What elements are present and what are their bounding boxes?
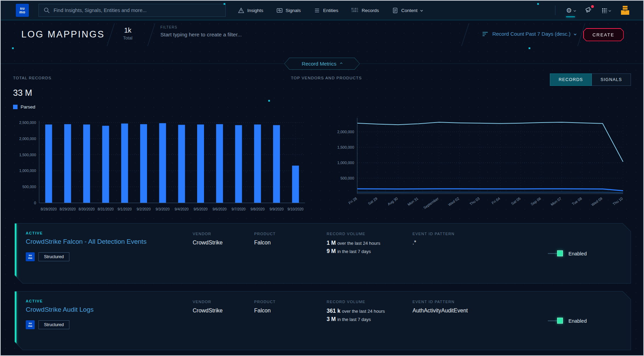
line-top-vendor-product: [357, 122, 623, 162]
svg-text:Thu 10: Thu 10: [612, 196, 623, 206]
bar-8/31/2020: [102, 126, 109, 203]
pattern-value: .*: [413, 240, 529, 246]
volume-24h: 361 k over the last 24 hours: [327, 308, 399, 314]
bar-8/28/2020: [45, 125, 52, 203]
record-metrics-label: Record Metrics: [302, 61, 337, 67]
deco-square: [268, 100, 270, 102]
svg-text:8/31/2020: 8/31/2020: [98, 207, 114, 211]
svg-text:2,000,000: 2,000,000: [337, 130, 354, 134]
apps-grid-icon: [602, 8, 607, 13]
vendor-column: VENDOR CrowdStrike: [193, 300, 223, 314]
card-title-link[interactable]: CrowdStrike Falcon - All Detection Event…: [26, 238, 147, 245]
nav-entities[interactable]: Entities: [314, 7, 338, 13]
nav-label: Content: [401, 8, 417, 13]
divider: [555, 5, 555, 15]
sumo-logo[interactable]: su mo: [16, 4, 29, 17]
announcements-button[interactable]: [585, 6, 592, 14]
legend-label: Parsed: [21, 104, 35, 110]
volume-24h: 1 M over the last 24 hours: [327, 240, 399, 246]
svg-text:2,500,000: 2,500,000: [19, 120, 36, 125]
gear-icon: ⚙: [566, 7, 572, 14]
line-low-vendor-product: [357, 192, 623, 193]
enabled-label: Enabled: [568, 251, 587, 256]
card-accent-bar: [15, 223, 16, 283]
product-column: PRODUCT Falcon: [254, 300, 276, 314]
total-records-title: TOTAL RECORDS: [13, 76, 52, 80]
avatar-icon: [620, 5, 630, 15]
search-input[interactable]: [54, 8, 221, 13]
bar-8/30/2020: [83, 125, 90, 203]
nav-insights[interactable]: Insights: [238, 7, 263, 13]
records-tab[interactable]: RECORDS: [550, 73, 592, 86]
filters-label: FILTERS: [160, 25, 380, 29]
vendor-label: VENDOR: [193, 300, 223, 304]
pattern-value: AuthActivityAuditEvent: [413, 308, 529, 314]
nav-content[interactable]: Content: [392, 7, 422, 13]
nav-signals[interactable]: Signals: [276, 7, 301, 13]
svg-text:500,000: 500,000: [22, 185, 36, 189]
svg-text:8/28/2020: 8/28/2020: [41, 207, 57, 211]
deco-square: [12, 47, 14, 49]
sort-dropdown[interactable]: Record Count Past 7 Days (desc.): [482, 31, 576, 37]
top-nav: su mo Insights Signals Entities: [1, 1, 643, 20]
svg-text:8/30/2020: 8/30/2020: [79, 207, 95, 211]
records-icon: 01011001: [351, 8, 359, 13]
sumo-badge-icon: sumo: [26, 252, 35, 261]
search-icon: [44, 7, 50, 13]
record-metrics-toggle[interactable]: Record Metrics: [284, 58, 360, 70]
svg-text:Thu 03: Thu 03: [469, 196, 481, 206]
svg-text:Sep 06: Sep 06: [530, 196, 542, 206]
settings-menu[interactable]: ⚙: [566, 7, 576, 14]
create-button[interactable]: CREATE: [583, 28, 624, 41]
svg-text:500,000: 500,000: [340, 176, 354, 180]
record-volume-label: RECORD VOLUME: [327, 232, 399, 236]
event-id-pattern-column: EVENT ID PATTERN .*: [413, 232, 529, 246]
svg-text:8/29/2020: 8/29/2020: [60, 207, 76, 211]
user-avatar[interactable]: [620, 5, 630, 15]
card-title-link[interactable]: CrowdStrike Audit Logs: [26, 306, 94, 313]
volume-7d: 3 M in the last 7 days: [327, 316, 399, 323]
vendor-label: VENDOR: [193, 232, 223, 236]
apps-menu[interactable]: [602, 8, 611, 13]
enabled-toggle[interactable]: [548, 251, 563, 256]
card-badges: sumo Structured: [26, 252, 69, 261]
deco-square: [224, 3, 225, 5]
bar-9/3/2020: [159, 123, 166, 203]
product-label: PRODUCT: [254, 232, 276, 236]
total-count: 1k Total: [112, 26, 143, 41]
svg-text:Fri 28: Fri 28: [348, 196, 358, 205]
records-signals-toggle: RECORDS SIGNALS: [550, 73, 631, 86]
entities-icon: [314, 7, 320, 13]
sort-label: Record Count Past 7 Days (desc.): [492, 31, 570, 37]
logo-text: mo: [19, 10, 25, 14]
global-search[interactable]: [38, 4, 226, 17]
total-records-value: 33 M: [13, 88, 32, 98]
top-vendors-title: TOP VENDORS AND PRODUCTS: [291, 76, 362, 80]
svg-text:September: September: [422, 196, 439, 210]
top-right-controls: ⚙: [555, 5, 630, 15]
bar-9/10/2020: [292, 165, 299, 203]
signals-tab[interactable]: SIGNALS: [592, 73, 631, 86]
toggle-knob: [557, 318, 563, 324]
svg-text:9/8/2020: 9/8/2020: [250, 207, 264, 211]
nav-records[interactable]: 01011001 Records: [351, 8, 379, 13]
svg-text:1,500,000: 1,500,000: [337, 145, 354, 149]
bar-9/9/2020: [273, 125, 280, 203]
insights-icon: [238, 7, 244, 13]
log-mapping-card: ACTIVE CrowdStrike Audit Logs sumo Struc…: [14, 291, 631, 350]
svg-text:1,000,000: 1,000,000: [19, 169, 36, 173]
svg-text:Mon 07: Mon 07: [550, 196, 562, 207]
filter-input[interactable]: [160, 32, 380, 38]
svg-text:2,000,000: 2,000,000: [19, 137, 36, 141]
bar-9/4/2020: [178, 125, 185, 203]
enable-control: Enabled: [548, 318, 587, 324]
active-indicator: [566, 16, 575, 17]
chevron-down-icon: [574, 9, 576, 11]
svg-text:9/6/2020: 9/6/2020: [213, 207, 227, 211]
svg-text:9/5/2020: 9/5/2020: [193, 207, 207, 211]
pattern-label: EVENT ID PATTERN: [413, 232, 529, 236]
svg-text:9/3/2020: 9/3/2020: [156, 207, 170, 211]
enabled-toggle[interactable]: [548, 318, 563, 324]
svg-text:Fri 04: Fri 04: [491, 196, 501, 205]
total-label: Total: [112, 35, 143, 41]
